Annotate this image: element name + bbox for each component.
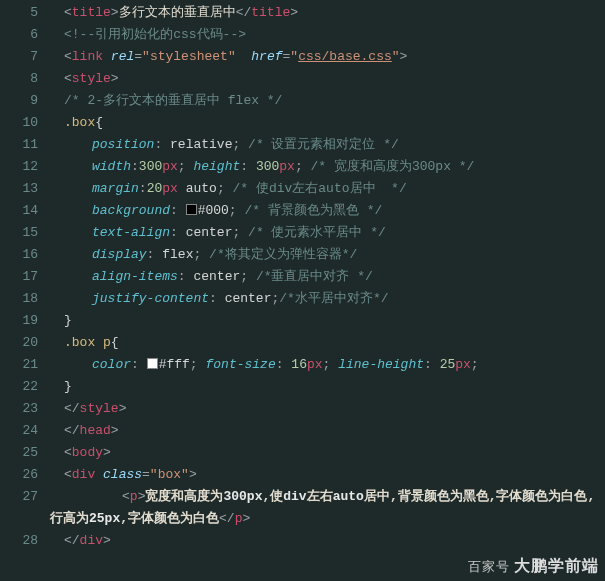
line-number: 25: [0, 442, 38, 464]
line-number: 19: [0, 310, 38, 332]
code-line[interactable]: display: flex; /*将其定义为弹性容器*/: [50, 244, 605, 266]
color-swatch-icon: [147, 358, 158, 369]
line-number: 26: [0, 464, 38, 486]
line-number: 8: [0, 68, 38, 90]
watermark: 百家号大鹏学前端: [468, 556, 599, 577]
line-number: 11: [0, 134, 38, 156]
code-line[interactable]: </head>: [50, 420, 605, 442]
line-number: 9: [0, 90, 38, 112]
line-number: 20: [0, 332, 38, 354]
code-line[interactable]: background: #000; /* 背景颜色为黑色 */: [50, 200, 605, 222]
line-number: 27: [0, 486, 38, 530]
line-number: 15: [0, 222, 38, 244]
code-line[interactable]: color: #fff; font-size: 16px; line-heigh…: [50, 354, 605, 376]
code-line[interactable]: /* 2-多行文本的垂直居中 flex */: [50, 90, 605, 112]
line-number: 5: [0, 2, 38, 24]
code-line[interactable]: margin:20px auto; /* 使div左右auto居中 */: [50, 178, 605, 200]
line-number: 13: [0, 178, 38, 200]
line-number: 7: [0, 46, 38, 68]
code-line[interactable]: <div class="box">: [50, 464, 605, 486]
line-number: 22: [0, 376, 38, 398]
line-number: 24: [0, 420, 38, 442]
code-line[interactable]: </div>: [50, 530, 605, 552]
line-number: 17: [0, 266, 38, 288]
line-number: 23: [0, 398, 38, 420]
code-area[interactable]: <title>多行文本的垂直居中</title> <!--引用初始化的css代码…: [50, 2, 605, 552]
color-swatch-icon: [186, 204, 197, 215]
code-line[interactable]: <!--引用初始化的css代码-->: [50, 24, 605, 46]
line-number: 16: [0, 244, 38, 266]
line-number: 12: [0, 156, 38, 178]
code-line[interactable]: }: [50, 310, 605, 332]
code-line[interactable]: align-items: center; /*垂直居中对齐 */: [50, 266, 605, 288]
line-number-gutter: 5678910111213141516171819202122232425262…: [0, 2, 50, 552]
code-line[interactable]: justify-content: center;/*水平居中对齐*/: [50, 288, 605, 310]
code-editor[interactable]: 5678910111213141516171819202122232425262…: [0, 0, 605, 552]
code-line[interactable]: }: [50, 376, 605, 398]
code-line[interactable]: text-align: center; /* 使元素水平居中 */: [50, 222, 605, 244]
code-line[interactable]: <link rel="stylesheet" href="css/base.cs…: [50, 46, 605, 68]
code-line[interactable]: <p>宽度和高度为300px,使div左右auto居中,背景颜色为黑色,字体颜色…: [50, 486, 605, 530]
code-line[interactable]: <title>多行文本的垂直居中</title>: [50, 2, 605, 24]
code-line[interactable]: <body>: [50, 442, 605, 464]
line-number: 21: [0, 354, 38, 376]
code-line[interactable]: </style>: [50, 398, 605, 420]
code-line[interactable]: position: relative; /* 设置元素相对定位 */: [50, 134, 605, 156]
line-number: 10: [0, 112, 38, 134]
code-line[interactable]: .box{: [50, 112, 605, 134]
line-number: 18: [0, 288, 38, 310]
line-number: 28: [0, 530, 38, 552]
line-number: 6: [0, 24, 38, 46]
code-line[interactable]: .box p{: [50, 332, 605, 354]
line-number: 14: [0, 200, 38, 222]
code-line[interactable]: <style>: [50, 68, 605, 90]
code-line[interactable]: width:300px; height: 300px; /* 宽度和高度为300…: [50, 156, 605, 178]
